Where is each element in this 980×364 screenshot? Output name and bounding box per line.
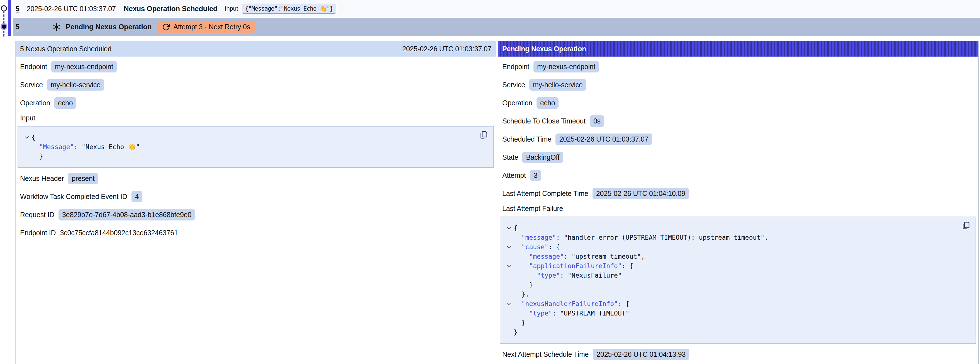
field-label: Request ID	[20, 211, 54, 219]
section-label: Last Attempt Failure	[498, 203, 978, 214]
field-label: Workflow Task Completed Event ID	[20, 193, 127, 201]
copy-button[interactable]	[962, 221, 970, 231]
code-line: "type": "NexusFailure"	[504, 271, 959, 280]
code-line: "message": "upstream timeout",	[504, 252, 959, 261]
pending-panel-title: Pending Nexus Operation	[502, 45, 586, 53]
field-label: Next Attempt Schedule Time	[502, 350, 589, 358]
collapse-chevron-icon[interactable]	[504, 227, 514, 229]
field-label: Nexus Header	[20, 174, 64, 182]
field-row: Last Attempt Complete Time2025-02-26 UTC…	[498, 185, 978, 203]
field-value-badge: 2025-02-26 UTC 01:03:37.07	[555, 134, 652, 145]
failure-code-block: { "message": "handler error (UPSTREAM_TI…	[500, 217, 976, 344]
field-row: Request ID3e829b7e-7d67-4b08-aad3-b1e868…	[16, 206, 496, 224]
code-line: },	[504, 290, 959, 299]
field-value-badge: BackingOff	[522, 152, 563, 163]
pending-event-id-link[interactable]: 5	[16, 23, 19, 31]
timeline-active-dot-icon	[0, 23, 7, 30]
field-label: Operation	[502, 99, 532, 107]
field-row: Workflow Task Completed Event ID4	[16, 188, 496, 206]
selected-event-indicator-bar	[8, 0, 11, 36]
code-line: {	[22, 133, 477, 142]
pending-panel-header: Pending Nexus Operation	[498, 41, 978, 57]
field-value-badge: echo	[536, 97, 558, 109]
section-label: Input	[16, 112, 496, 124]
scheduled-panel-timestamp: 2025-02-26 UTC 01:03:37.07	[402, 45, 492, 53]
field-row: Servicemy-hello-service	[16, 76, 496, 94]
code-line: }	[504, 327, 959, 337]
pending-spinner-icon	[52, 23, 61, 31]
field-row: Schedule To Close Timeout0s	[498, 112, 978, 130]
field-value-link[interactable]: 3c0c75ccfa8144b092c13ce632463761	[60, 229, 178, 237]
event-row-nexus-operation-scheduled[interactable]: 5 2025-02-26 UTC 01:03:37.07 Nexus Opera…	[13, 0, 980, 17]
event-timestamp: 2025-02-26 UTC 01:03:37.07	[27, 5, 116, 13]
field-label: State	[502, 153, 518, 161]
field-label: Endpoint	[20, 63, 47, 71]
field-value-badge: present	[68, 173, 98, 184]
attempt-retry-text: Attempt 3 · Next Retry 0s	[173, 23, 250, 31]
field-value-badge: 2025-02-26 UTC 01:04:13.93	[593, 349, 689, 360]
field-label: Attempt	[502, 171, 526, 179]
code-line: "Message": "Nexus Echo 👋"	[22, 142, 477, 152]
retry-icon	[162, 23, 170, 31]
collapse-chevron-icon[interactable]	[504, 265, 514, 267]
event-id-link[interactable]: 5	[16, 5, 19, 13]
field-value-badge: 0s	[590, 115, 604, 127]
scheduled-panel-title: 5 Nexus Operation Scheduled	[20, 45, 111, 53]
field-label: Service	[20, 81, 43, 89]
field-label: Service	[502, 81, 525, 89]
collapse-chevron-icon[interactable]	[504, 302, 514, 305]
event-details-container: 5 Nexus Operation Scheduled 2025-02-26 U…	[15, 41, 979, 364]
event-detail-panel-scheduled: 5 Nexus Operation Scheduled 2025-02-26 U…	[16, 41, 496, 364]
code-line: {	[504, 223, 959, 233]
field-label: Last Attempt Complete Time	[502, 190, 588, 198]
field-value-badge: my-hello-service	[529, 79, 586, 91]
field-row: Nexus Headerpresent	[16, 169, 496, 188]
field-row: Next Attempt Schedule Time2025-02-26 UTC…	[498, 345, 978, 364]
code-line: }	[504, 280, 959, 290]
field-value-badge: 3	[530, 170, 541, 181]
event-detail-panel-pending: Pending Nexus Operation Endpointmy-nexus…	[498, 41, 978, 364]
code-line: "type": "UPSTREAM_TIMEOUT"	[504, 308, 959, 318]
field-row: StateBackingOff	[498, 148, 978, 166]
event-input-label: Input	[225, 5, 238, 12]
copy-button[interactable]	[479, 131, 488, 140]
field-row: Operationecho	[16, 94, 496, 112]
code-line: "nexusHandlerFailureInfo": {	[504, 299, 959, 308]
timeline-open-dot-icon	[1, 5, 7, 11]
scheduled-panel-header: 5 Nexus Operation Scheduled 2025-02-26 U…	[16, 41, 496, 57]
field-value-badge: my-nexus-endpoint	[51, 61, 117, 72]
code-line: "cause": {	[504, 242, 959, 252]
pending-panel-body: Endpointmy-nexus-endpointServicemy-hello…	[498, 57, 978, 364]
field-row: Servicemy-hello-service	[498, 76, 978, 94]
field-row: Attempt3	[498, 166, 978, 185]
field-value-badge: my-nexus-endpoint	[533, 61, 599, 72]
code-line: }	[22, 152, 477, 161]
attempt-retry-badge: Attempt 3 · Next Retry 0s	[158, 21, 255, 33]
field-row: Endpoint ID3c0c75ccfa8144b092c13ce632463…	[16, 224, 496, 242]
scheduled-panel-body: Endpointmy-nexus-endpointServicemy-hello…	[16, 57, 496, 242]
field-value-badge: my-hello-service	[47, 79, 104, 91]
collapse-chevron-icon[interactable]	[22, 136, 32, 139]
event-input-preview-chip: {"Message":"Nexus Echo 👋"}	[242, 4, 336, 14]
code-line: "applicationFailureInfo": {	[504, 261, 959, 271]
code-line: "message": "handler error (UPSTREAM_TIME…	[504, 233, 959, 242]
collapse-chevron-icon[interactable]	[504, 246, 514, 248]
field-value-badge: 3e829b7e-7d67-4b08-aad3-b1e868bfe9e0	[59, 209, 195, 220]
field-label: Endpoint	[502, 63, 529, 71]
event-title: Nexus Operation Scheduled	[124, 5, 218, 13]
field-value-badge: 4	[132, 191, 143, 202]
field-value-badge: echo	[54, 97, 76, 109]
pending-event-title: Pending Nexus Operation	[66, 22, 152, 31]
field-row: Operationecho	[498, 94, 978, 112]
code-line: }	[504, 318, 959, 327]
event-row-pending-nexus-operation[interactable]: 5 Pending Nexus Operation Attempt 3 · Ne…	[13, 18, 980, 36]
field-row: Endpointmy-nexus-endpoint	[498, 58, 978, 76]
field-label: Endpoint ID	[20, 229, 56, 237]
field-label: Operation	[20, 99, 50, 107]
field-value-badge: 2025-02-26 UTC 01:04:10.09	[592, 188, 689, 199]
field-label: Schedule To Close Timeout	[502, 117, 585, 125]
input-code-block: { "Message": "Nexus Echo 👋" }	[18, 126, 494, 168]
field-row: Scheduled Time2025-02-26 UTC 01:03:37.07	[498, 130, 978, 148]
field-label: Scheduled Time	[502, 135, 551, 143]
field-row: Endpointmy-nexus-endpoint	[16, 58, 496, 76]
